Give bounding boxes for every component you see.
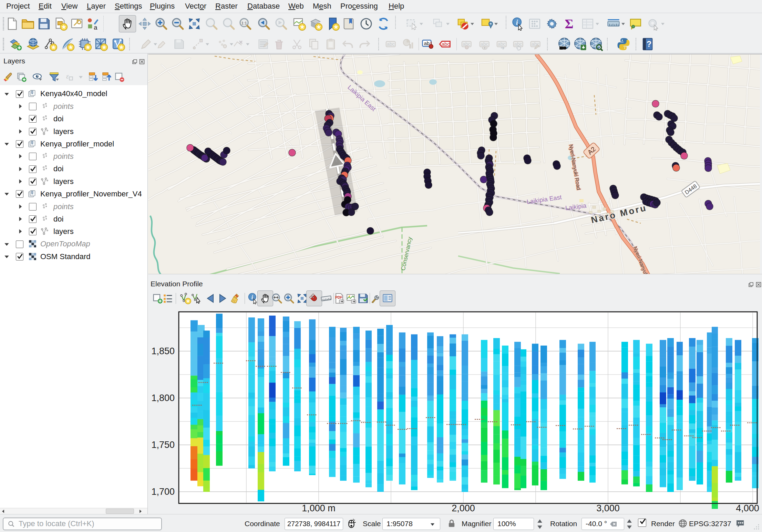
svg-text:1,750: 1,750 <box>151 440 175 450</box>
svg-text:2,000: 2,000 <box>452 503 475 513</box>
svg-text:1,850: 1,850 <box>151 346 175 356</box>
svg-text:ε: ε <box>66 72 69 80</box>
svg-text:abc: abc <box>387 41 395 47</box>
svg-text:abc: abc <box>442 41 450 47</box>
svg-text:Σ: Σ <box>565 17 573 31</box>
svg-text:1:1: 1:1 <box>241 21 247 25</box>
svg-text:i: i <box>516 19 518 26</box>
svg-text:1,000 m: 1,000 m <box>302 503 336 513</box>
svg-text:abc: abc <box>498 41 506 47</box>
svg-text:abc: abc <box>481 41 488 47</box>
svg-text:abc: abc <box>514 41 522 47</box>
svg-text:3,000: 3,000 <box>596 503 620 513</box>
svg-text:1,800: 1,800 <box>151 393 175 403</box>
svg-text:4,000: 4,000 <box>736 503 759 513</box>
svg-text:1,700: 1,700 <box>151 487 175 497</box>
svg-text:a: a <box>94 24 97 31</box>
svg-text:ab: ab <box>424 40 430 46</box>
svg-text:?: ? <box>647 40 651 49</box>
